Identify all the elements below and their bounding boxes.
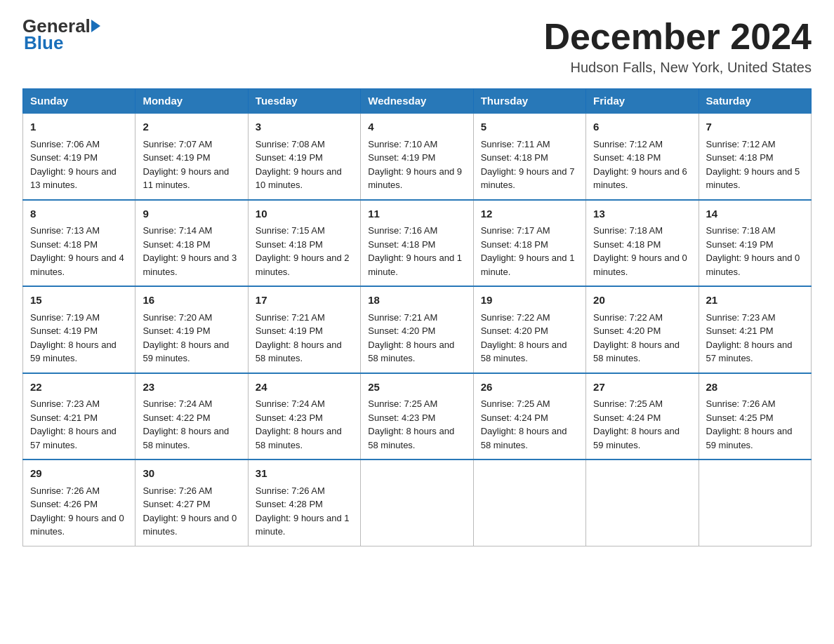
day-info: Sunrise: 7:22 AMSunset: 4:20 PMDaylight:…: [593, 312, 680, 364]
calendar-day-cell: 29 Sunrise: 7:26 AMSunset: 4:26 PMDaylig…: [23, 459, 135, 546]
logo: General Blue: [22, 17, 100, 52]
day-number: 12: [481, 206, 578, 222]
calendar-header-row: SundayMondayTuesdayWednesdayThursdayFrid…: [23, 89, 812, 114]
day-info: Sunrise: 7:12 AMSunset: 4:18 PMDaylight:…: [706, 139, 800, 191]
calendar-day-cell: [586, 459, 699, 546]
calendar-table: SundayMondayTuesdayWednesdayThursdayFrid…: [22, 88, 812, 546]
day-number: 5: [481, 119, 578, 135]
day-info: Sunrise: 7:14 AMSunset: 4:18 PMDaylight:…: [143, 225, 237, 277]
calendar-day-cell: 4 Sunrise: 7:10 AMSunset: 4:19 PMDayligh…: [361, 113, 473, 200]
calendar-week-row: 15 Sunrise: 7:19 AMSunset: 4:19 PMDaylig…: [23, 286, 812, 373]
day-info: Sunrise: 7:12 AMSunset: 4:18 PMDaylight:…: [593, 139, 687, 191]
calendar-day-cell: 6 Sunrise: 7:12 AMSunset: 4:18 PMDayligh…: [586, 113, 699, 200]
day-number: 10: [256, 206, 353, 222]
calendar-day-cell: 14 Sunrise: 7:18 AMSunset: 4:19 PMDaylig…: [699, 200, 811, 287]
day-number: 16: [143, 293, 240, 309]
day-number: 28: [706, 380, 804, 396]
day-number: 19: [481, 293, 578, 309]
day-of-week-header: Tuesday: [248, 89, 360, 114]
day-of-week-header: Monday: [135, 89, 248, 114]
calendar-day-cell: 20 Sunrise: 7:22 AMSunset: 4:20 PMDaylig…: [586, 286, 699, 373]
day-info: Sunrise: 7:20 AMSunset: 4:19 PMDaylight:…: [143, 312, 229, 364]
day-info: Sunrise: 7:06 AMSunset: 4:19 PMDaylight:…: [30, 139, 117, 191]
calendar-day-cell: [699, 459, 811, 546]
day-number: 22: [30, 380, 128, 396]
day-number: 3: [256, 119, 353, 135]
calendar-week-row: 8 Sunrise: 7:13 AMSunset: 4:18 PMDayligh…: [23, 200, 812, 287]
calendar-day-cell: 16 Sunrise: 7:20 AMSunset: 4:19 PMDaylig…: [135, 286, 248, 373]
day-info: Sunrise: 7:15 AMSunset: 4:18 PMDaylight:…: [256, 225, 350, 277]
day-info: Sunrise: 7:08 AMSunset: 4:19 PMDaylight:…: [256, 139, 342, 191]
day-info: Sunrise: 7:25 AMSunset: 4:24 PMDaylight:…: [593, 398, 680, 450]
calendar-day-cell: 13 Sunrise: 7:18 AMSunset: 4:18 PMDaylig…: [586, 200, 699, 287]
day-info: Sunrise: 7:26 AMSunset: 4:27 PMDaylight:…: [143, 485, 237, 537]
calendar-day-cell: 3 Sunrise: 7:08 AMSunset: 4:19 PMDayligh…: [248, 113, 360, 200]
day-info: Sunrise: 7:26 AMSunset: 4:25 PMDaylight:…: [706, 398, 793, 450]
calendar-day-cell: [473, 459, 585, 546]
day-info: Sunrise: 7:26 AMSunset: 4:28 PMDaylight:…: [256, 485, 350, 537]
day-info: Sunrise: 7:18 AMSunset: 4:18 PMDaylight:…: [593, 225, 687, 277]
calendar-day-cell: 30 Sunrise: 7:26 AMSunset: 4:27 PMDaylig…: [135, 459, 248, 546]
day-info: Sunrise: 7:23 AMSunset: 4:21 PMDaylight:…: [706, 312, 793, 364]
calendar-day-cell: 7 Sunrise: 7:12 AMSunset: 4:18 PMDayligh…: [699, 113, 811, 200]
day-number: 30: [143, 466, 240, 482]
day-number: 31: [256, 466, 353, 482]
day-info: Sunrise: 7:16 AMSunset: 4:18 PMDaylight:…: [368, 225, 462, 277]
location-title: Hudson Falls, New York, United States: [543, 60, 812, 76]
calendar-week-row: 1 Sunrise: 7:06 AMSunset: 4:19 PMDayligh…: [23, 113, 812, 200]
day-number: 14: [706, 206, 804, 222]
day-number: 15: [30, 293, 128, 309]
calendar-day-cell: 18 Sunrise: 7:21 AMSunset: 4:20 PMDaylig…: [361, 286, 473, 373]
calendar-day-cell: 17 Sunrise: 7:21 AMSunset: 4:19 PMDaylig…: [248, 286, 360, 373]
day-number: 9: [143, 206, 240, 222]
day-info: Sunrise: 7:11 AMSunset: 4:18 PMDaylight:…: [481, 139, 575, 191]
day-number: 13: [593, 206, 691, 222]
calendar-day-cell: 21 Sunrise: 7:23 AMSunset: 4:21 PMDaylig…: [699, 286, 811, 373]
day-number: 6: [593, 119, 691, 135]
day-number: 25: [368, 380, 465, 396]
day-of-week-header: Friday: [586, 89, 699, 114]
calendar-day-cell: 2 Sunrise: 7:07 AMSunset: 4:19 PMDayligh…: [135, 113, 248, 200]
day-number: 24: [256, 380, 353, 396]
day-info: Sunrise: 7:24 AMSunset: 4:23 PMDaylight:…: [256, 398, 342, 450]
calendar-day-cell: 8 Sunrise: 7:13 AMSunset: 4:18 PMDayligh…: [23, 200, 135, 287]
day-info: Sunrise: 7:10 AMSunset: 4:19 PMDaylight:…: [368, 139, 462, 191]
calendar-day-cell: 19 Sunrise: 7:22 AMSunset: 4:20 PMDaylig…: [473, 286, 585, 373]
day-number: 4: [368, 119, 465, 135]
calendar-day-cell: 27 Sunrise: 7:25 AMSunset: 4:24 PMDaylig…: [586, 373, 699, 460]
calendar-day-cell: 22 Sunrise: 7:23 AMSunset: 4:21 PMDaylig…: [23, 373, 135, 460]
day-info: Sunrise: 7:21 AMSunset: 4:19 PMDaylight:…: [256, 312, 342, 364]
calendar-day-cell: [361, 459, 473, 546]
day-info: Sunrise: 7:25 AMSunset: 4:24 PMDaylight:…: [481, 398, 567, 450]
day-of-week-header: Wednesday: [361, 89, 473, 114]
day-number: 21: [706, 293, 804, 309]
day-info: Sunrise: 7:19 AMSunset: 4:19 PMDaylight:…: [30, 312, 117, 364]
calendar-day-cell: 23 Sunrise: 7:24 AMSunset: 4:22 PMDaylig…: [135, 373, 248, 460]
page-header: General Blue December 2024 Hudson Falls,…: [22, 17, 812, 76]
calendar-day-cell: 5 Sunrise: 7:11 AMSunset: 4:18 PMDayligh…: [473, 113, 585, 200]
calendar-day-cell: 25 Sunrise: 7:25 AMSunset: 4:23 PMDaylig…: [361, 373, 473, 460]
day-number: 29: [30, 466, 128, 482]
logo-arrow-icon: [91, 20, 100, 32]
day-info: Sunrise: 7:25 AMSunset: 4:23 PMDaylight:…: [368, 398, 454, 450]
day-info: Sunrise: 7:13 AMSunset: 4:18 PMDaylight:…: [30, 225, 124, 277]
calendar-day-cell: 28 Sunrise: 7:26 AMSunset: 4:25 PMDaylig…: [699, 373, 811, 460]
calendar-day-cell: 31 Sunrise: 7:26 AMSunset: 4:28 PMDaylig…: [248, 459, 360, 546]
day-info: Sunrise: 7:24 AMSunset: 4:22 PMDaylight:…: [143, 398, 229, 450]
day-info: Sunrise: 7:17 AMSunset: 4:18 PMDaylight:…: [481, 225, 575, 277]
calendar-week-row: 22 Sunrise: 7:23 AMSunset: 4:21 PMDaylig…: [23, 373, 812, 460]
day-number: 17: [256, 293, 353, 309]
day-info: Sunrise: 7:22 AMSunset: 4:20 PMDaylight:…: [481, 312, 567, 364]
day-number: 23: [143, 380, 240, 396]
day-number: 8: [30, 206, 128, 222]
day-of-week-header: Saturday: [699, 89, 811, 114]
calendar-day-cell: 1 Sunrise: 7:06 AMSunset: 4:19 PMDayligh…: [23, 113, 135, 200]
day-number: 27: [593, 380, 691, 396]
day-of-week-header: Sunday: [23, 89, 135, 114]
day-info: Sunrise: 7:23 AMSunset: 4:21 PMDaylight:…: [30, 398, 117, 450]
calendar-day-cell: 10 Sunrise: 7:15 AMSunset: 4:18 PMDaylig…: [248, 200, 360, 287]
calendar-day-cell: 26 Sunrise: 7:25 AMSunset: 4:24 PMDaylig…: [473, 373, 585, 460]
calendar-day-cell: 24 Sunrise: 7:24 AMSunset: 4:23 PMDaylig…: [248, 373, 360, 460]
logo-blue-text: Blue: [22, 34, 63, 52]
day-info: Sunrise: 7:18 AMSunset: 4:19 PMDaylight:…: [706, 225, 800, 277]
